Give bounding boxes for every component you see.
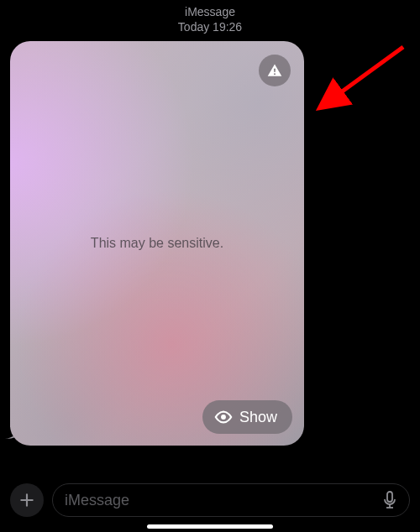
timestamp-label: Today 19:26 (0, 20, 420, 35)
messages-area: This may be sensitive. Show (0, 34, 420, 446)
sensitive-warning-badge[interactable] (259, 55, 291, 86)
home-indicator[interactable] (147, 524, 273, 529)
message-input[interactable]: iMessage (52, 483, 410, 517)
sensitive-image-bubble[interactable]: This may be sensitive. Show (10, 41, 304, 446)
incoming-message: This may be sensitive. Show (10, 41, 312, 446)
plus-icon (18, 492, 35, 509)
svg-point-2 (221, 415, 226, 420)
sensitive-caption: This may be sensitive. (10, 236, 304, 251)
message-input-placeholder: iMessage (65, 492, 382, 509)
composer-bar: iMessage (0, 483, 420, 517)
attach-button[interactable] (10, 483, 44, 517)
svg-point-1 (274, 73, 276, 75)
svg-rect-0 (274, 69, 276, 73)
conversation-header: iMessage Today 19:26 (0, 0, 420, 34)
warning-icon (266, 62, 283, 79)
service-label: iMessage (0, 5, 420, 20)
microphone-icon (382, 490, 397, 510)
svg-rect-4 (387, 492, 392, 502)
show-button-label: Show (239, 409, 277, 426)
show-button[interactable]: Show (202, 400, 292, 434)
dictation-button[interactable] (382, 490, 397, 510)
eye-icon (214, 408, 233, 426)
